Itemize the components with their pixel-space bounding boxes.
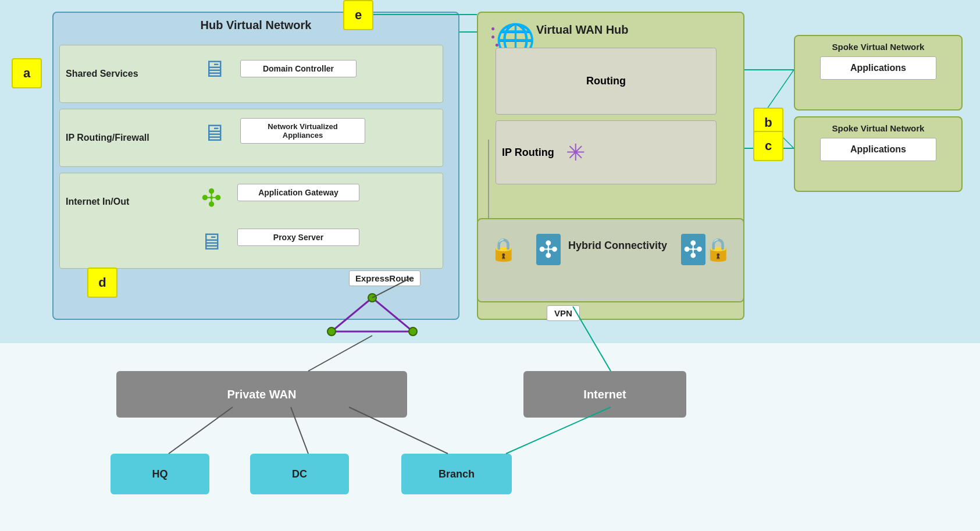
- branch-box: Branch: [401, 454, 512, 494]
- vpn-label: VPN: [547, 305, 580, 321]
- hybrid-arrows-icon: ✣: [536, 234, 561, 265]
- spoke1-title: Spoke Virtual Network: [801, 42, 956, 52]
- domain-controller-label: Domain Controller: [240, 60, 357, 77]
- expressroute-label: ExpressRoute: [349, 270, 420, 286]
- private-wan-box: Private WAN: [116, 371, 407, 418]
- application-gateway-label: Application Gateway: [237, 184, 359, 201]
- badge-e: e: [343, 0, 373, 30]
- spoke1-applications: Applications: [820, 56, 936, 80]
- spoke2-applications: Applications: [820, 138, 936, 161]
- badge-c: c: [753, 131, 783, 161]
- hybrid-lock-right-icon: 🔒: [704, 237, 732, 262]
- internet-inout-row: Internet In/Out ✣ Application Gateway 🖥 …: [59, 173, 443, 269]
- shared-services-label: Shared Services: [66, 69, 138, 79]
- hybrid-arrows-right-icon: ✣: [681, 234, 705, 265]
- network-appliances-label: Network VirtualizedAppliances: [240, 118, 365, 144]
- ip-routing-firewall-row: IP Routing/Firewall 🖥 Network Virtualize…: [59, 109, 443, 167]
- internet-box: Internet: [523, 371, 686, 418]
- ip-routing-wan-box: IP Routing ✳: [496, 120, 717, 184]
- ip-routing-wan-label: IP Routing: [502, 147, 554, 159]
- spoke-vnet-2: Spoke Virtual Network Applications: [794, 116, 963, 192]
- proxy-server-icon: 🖥: [191, 223, 231, 261]
- spoke2-title: Spoke Virtual Network: [801, 123, 956, 133]
- hq-box: HQ: [111, 454, 209, 494]
- hybrid-connectivity-container: 🔒 ✣ Hybrid Connectivity 🔒 ✣: [477, 218, 744, 302]
- shared-services-icon: 🖥: [194, 50, 234, 88]
- routing-label: Routing: [586, 75, 626, 87]
- ip-routing-firewall-label: IP Routing/Firewall: [66, 133, 149, 143]
- badge-a: a: [12, 58, 42, 88]
- dc-box: DC: [250, 454, 349, 494]
- ip-routing-icon: ✳: [566, 139, 586, 166]
- routing-box: Routing: [496, 48, 717, 115]
- app-gateway-icon: ✣: [191, 179, 231, 217]
- proxy-server-label: Proxy Server: [237, 229, 359, 246]
- internet-inout-label: Internet In/Out: [66, 197, 129, 207]
- wan-hub-title: Virtual WAN Hub: [536, 23, 629, 37]
- hybrid-connectivity-title: Hybrid Connectivity: [568, 240, 667, 252]
- spoke-vnet-1: Spoke Virtual Network Applications: [794, 35, 963, 111]
- firewall-icon: 🖥: [194, 114, 234, 152]
- badge-d: d: [87, 268, 117, 298]
- hybrid-lock-left-icon: 🔒: [490, 237, 517, 262]
- shared-services-row: Shared Services 🖥 Domain Controller: [59, 45, 443, 103]
- hub-vnet-title: Hub Virtual Network: [201, 19, 312, 32]
